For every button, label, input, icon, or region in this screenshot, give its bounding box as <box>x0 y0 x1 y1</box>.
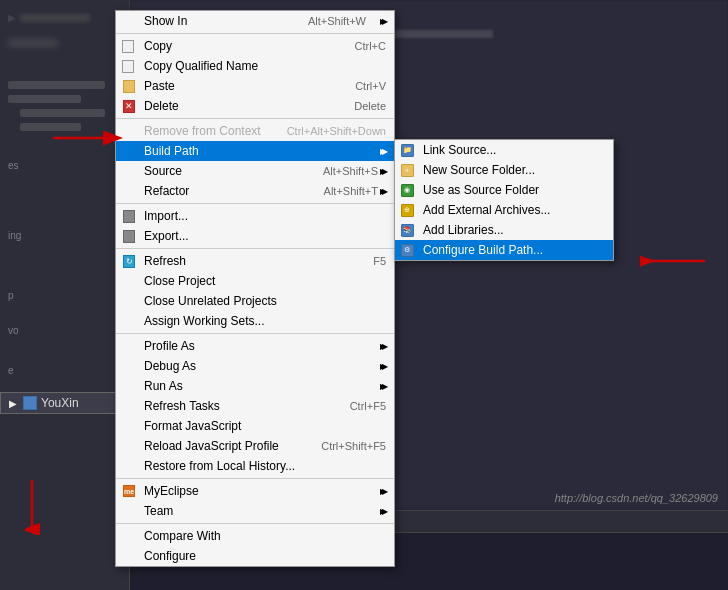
delete-label: Delete <box>144 99 179 113</box>
separator-6 <box>116 478 394 479</box>
refresh-tasks-shortcut: Ctrl+F5 <box>330 400 386 412</box>
refactor-shortcut: Alt+Shift+T <box>304 185 378 197</box>
menu-item-show-in[interactable]: Show In Alt+Shift+W ▶ <box>116 11 394 31</box>
configure-bp-icon: ⚙ <box>399 242 415 258</box>
copy-qualified-label: Copy Qualified Name <box>144 59 258 73</box>
panel-item-2 <box>0 35 129 51</box>
tree-label-es: es <box>8 160 19 171</box>
submenu-add-ext-archives[interactable]: ⊕ Add External Archives... <box>395 200 613 220</box>
menu-item-run-as[interactable]: Run As ▶ <box>116 376 394 396</box>
add-ext-icon: ⊕ <box>399 202 415 218</box>
paste-shortcut: Ctrl+V <box>335 80 386 92</box>
close-project-label: Close Project <box>144 274 215 288</box>
menu-item-restore-local[interactable]: Restore from Local History... <box>116 456 394 476</box>
menu-item-refresh-tasks[interactable]: Refresh Tasks Ctrl+F5 <box>116 396 394 416</box>
menu-item-assign-working[interactable]: Assign Working Sets... <box>116 311 394 331</box>
profile-as-arrow: ▶ <box>370 342 386 351</box>
add-lib-icon: 📚 <box>399 222 415 238</box>
source-arrow: ▶ <box>380 167 386 176</box>
menu-item-close-unrelated[interactable]: Close Unrelated Projects <box>116 291 394 311</box>
menu-item-format-js[interactable]: Format JavaScript <box>116 416 394 436</box>
refresh-shortcut: F5 <box>353 255 386 267</box>
red-arrow-right <box>640 243 710 278</box>
paste-label: Paste <box>144 79 175 93</box>
separator-5 <box>116 333 394 334</box>
youxin-item[interactable]: ▶ YouXin <box>0 392 130 414</box>
build-path-submenu: 📁 Link Source... + New Source Folder... … <box>394 139 614 261</box>
menu-item-export[interactable]: Export... <box>116 226 394 246</box>
build-path-label: Build Path <box>144 144 199 158</box>
run-as-label: Run As <box>144 379 183 393</box>
tree-label-vo: vo <box>8 325 19 336</box>
menu-item-refactor[interactable]: Refactor Alt+Shift+T ▶ <box>116 181 394 201</box>
reload-js-label: Reload JavaScript Profile <box>144 439 279 453</box>
menu-item-reload-js[interactable]: Reload JavaScript Profile Ctrl+Shift+F5 <box>116 436 394 456</box>
show-in-shortcut: Alt+Shift+W <box>288 15 366 27</box>
delete-icon: ✕ <box>121 98 137 114</box>
menu-item-close-project[interactable]: Close Project <box>116 271 394 291</box>
submenu-configure-build-path[interactable]: ⚙ Configure Build Path... <box>395 240 613 260</box>
profile-as-label: Profile As <box>144 339 195 353</box>
team-label: Team <box>144 504 173 518</box>
submenu-use-as-source[interactable]: ◉ Use as Source Folder <box>395 180 613 200</box>
refresh-label: Refresh <box>144 254 186 268</box>
separator-7 <box>116 523 394 524</box>
refactor-arrow: ▶ <box>380 187 386 196</box>
refactor-label: Refactor <box>144 184 189 198</box>
menu-item-team[interactable]: Team ▶ <box>116 501 394 521</box>
tree-label-e: e <box>8 365 14 376</box>
arrow-icon: ▶ <box>370 17 386 26</box>
link-source-icon: 📁 <box>399 142 415 158</box>
submenu-add-libraries[interactable]: 📚 Add Libraries... <box>395 220 613 240</box>
me-icon: me <box>121 483 137 499</box>
format-js-label: Format JavaScript <box>144 419 241 433</box>
run-as-arrow: ▶ <box>370 382 386 391</box>
close-unrelated-label: Close Unrelated Projects <box>144 294 277 308</box>
separator-2 <box>116 118 394 119</box>
menu-item-remove-context[interactable]: Remove from Context Ctrl+Alt+Shift+Down <box>116 121 394 141</box>
context-menu: Show In Alt+Shift+W ▶ Copy Ctrl+C Copy Q… <box>115 10 395 567</box>
remove-context-label: Remove from Context <box>144 124 261 138</box>
use-as-source-icon: ◉ <box>399 182 415 198</box>
assign-working-label: Assign Working Sets... <box>144 314 265 328</box>
team-arrow: ▶ <box>370 507 386 516</box>
new-source-label: New Source Folder... <box>423 163 535 177</box>
menu-item-build-path[interactable]: Build Path ▶ 📁 Link Source... + New Sour… <box>116 141 394 161</box>
menu-item-delete[interactable]: ✕ Delete Delete <box>116 96 394 116</box>
debug-as-arrow: ▶ <box>370 362 386 371</box>
copy-icon <box>121 38 137 54</box>
menu-item-source[interactable]: Source Alt+Shift+S ▶ <box>116 161 394 181</box>
separator-4 <box>116 248 394 249</box>
submenu-link-source[interactable]: 📁 Link Source... <box>395 140 613 160</box>
tree-label-p: p <box>8 290 14 301</box>
build-path-arrow: ▶ <box>380 147 386 156</box>
copy-qualified-icon <box>121 58 137 74</box>
red-arrow-bottom <box>15 475 50 535</box>
panel-item: ▶ <box>0 8 129 27</box>
menu-item-configure[interactable]: Configure <box>116 546 394 566</box>
refresh-icon: ↻ <box>121 253 137 269</box>
add-lib-label: Add Libraries... <box>423 223 504 237</box>
refresh-tasks-label: Refresh Tasks <box>144 399 220 413</box>
separator-1 <box>116 33 394 34</box>
remove-context-shortcut: Ctrl+Alt+Shift+Down <box>267 125 386 137</box>
restore-local-label: Restore from Local History... <box>144 459 295 473</box>
paste-icon <box>121 78 137 94</box>
menu-item-profile-as[interactable]: Profile As ▶ <box>116 336 394 356</box>
copy-label: Copy <box>144 39 172 53</box>
menu-item-compare-with[interactable]: Compare With <box>116 526 394 546</box>
separator-3 <box>116 203 394 204</box>
export-label: Export... <box>144 229 189 243</box>
link-source-label: Link Source... <box>423 143 496 157</box>
myeclipse-label: MyEclipse <box>144 484 199 498</box>
menu-item-debug-as[interactable]: Debug As ▶ <box>116 356 394 376</box>
menu-item-paste[interactable]: Paste Ctrl+V <box>116 76 394 96</box>
menu-item-copy[interactable]: Copy Ctrl+C <box>116 36 394 56</box>
debug-as-label: Debug As <box>144 359 196 373</box>
submenu-new-source-folder[interactable]: + New Source Folder... <box>395 160 613 180</box>
use-as-source-label: Use as Source Folder <box>423 183 539 197</box>
menu-item-refresh[interactable]: ↻ Refresh F5 <box>116 251 394 271</box>
menu-item-import[interactable]: Import... <box>116 206 394 226</box>
menu-item-copy-qualified[interactable]: Copy Qualified Name <box>116 56 394 76</box>
menu-item-myeclipse[interactable]: me MyEclipse ▶ <box>116 481 394 501</box>
